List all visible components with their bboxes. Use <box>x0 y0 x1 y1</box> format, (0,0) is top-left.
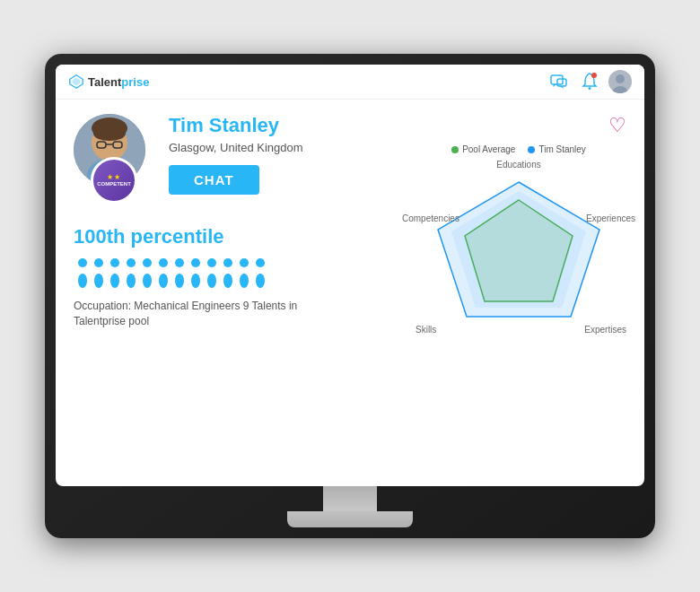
svg-point-37 <box>207 274 216 288</box>
svg-point-24 <box>110 258 119 267</box>
label-educations: Educations <box>496 160 540 170</box>
svg-point-28 <box>143 258 152 267</box>
logo-text: Talentprise <box>88 75 149 89</box>
svg-point-43 <box>256 274 265 288</box>
svg-point-27 <box>127 274 136 288</box>
app-bar: Talentprise <box>56 65 644 100</box>
people-visualization <box>74 256 271 292</box>
avatar-container: ★★ COMPETENT <box>74 114 154 204</box>
svg-rect-3 <box>557 79 566 86</box>
badge-label: COMPETENT <box>97 181 131 187</box>
user-avatar-btn[interactable] <box>608 70 632 93</box>
monitor-stand-neck <box>323 486 377 511</box>
radar-wrapper: Educations Experiences Expertises Skills… <box>411 160 626 339</box>
competency-badge: ★★ COMPETENT <box>91 157 137 204</box>
svg-point-4 <box>589 87 591 90</box>
svg-point-23 <box>94 274 103 288</box>
svg-point-36 <box>207 258 216 267</box>
badge-stars: ★★ <box>107 173 121 181</box>
svg-point-26 <box>127 258 136 267</box>
svg-point-32 <box>175 258 184 267</box>
label-skills: Skills <box>416 325 436 335</box>
svg-point-35 <box>191 274 200 288</box>
svg-point-20 <box>78 258 87 267</box>
svg-point-7 <box>616 74 625 83</box>
svg-point-21 <box>78 274 87 288</box>
logo: Talentprise <box>68 74 149 90</box>
svg-point-38 <box>223 258 232 267</box>
label-competencies: Competencies <box>402 213 459 223</box>
svg-marker-19 <box>451 191 586 308</box>
label-expertises: Expertises <box>584 325 626 335</box>
chat-button[interactable]: CHAT <box>169 165 259 195</box>
profile-name: Tim Stanley <box>169 114 626 137</box>
app-bar-icons <box>547 70 632 93</box>
legend-dot-pool <box>451 146 459 153</box>
monitor-outer: Talentprise <box>45 54 655 538</box>
svg-point-30 <box>159 258 168 267</box>
legend-dot-candidate <box>528 146 535 153</box>
bell-icon-btn[interactable] <box>578 70 601 93</box>
heart-button[interactable]: ♡ <box>608 114 626 137</box>
svg-point-22 <box>94 258 103 267</box>
svg-point-31 <box>159 274 168 288</box>
svg-point-29 <box>143 274 152 288</box>
monitor-stand-base <box>287 511 413 527</box>
svg-point-41 <box>240 274 249 288</box>
radar-legend: Pool Average Tim Stanley <box>411 144 626 154</box>
occupation-text: Occupation: Mechanical Engineers 9 Talen… <box>74 299 307 329</box>
svg-point-42 <box>256 258 265 267</box>
svg-point-25 <box>110 274 119 288</box>
svg-point-33 <box>175 274 184 288</box>
radar-section: Pool Average Tim Stanley <box>411 144 626 339</box>
svg-marker-1 <box>73 78 81 86</box>
svg-point-40 <box>240 258 249 267</box>
label-experiences: Experiences <box>586 213 635 223</box>
chat-icon-btn[interactable] <box>547 70 571 93</box>
legend-pool: Pool Average <box>451 144 515 154</box>
svg-point-5 <box>591 73 597 78</box>
svg-point-34 <box>191 258 200 267</box>
monitor-screen: Talentprise <box>56 65 644 486</box>
svg-point-13 <box>93 126 126 141</box>
radar-svg <box>411 169 626 330</box>
svg-point-39 <box>223 274 232 288</box>
legend-candidate: Tim Stanley <box>528 144 585 154</box>
main-content: ♡ <box>56 100 644 486</box>
